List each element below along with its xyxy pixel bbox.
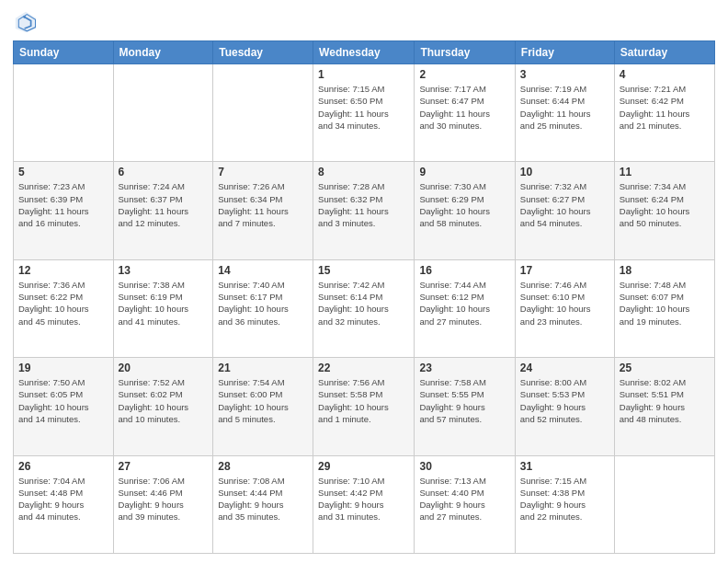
logo-icon (13, 9, 39, 35)
day-info: Sunrise: 7:52 AM Sunset: 6:02 PM Dayligh… (119, 376, 209, 425)
calendar-cell (113, 64, 213, 162)
day-number: 28 (218, 460, 308, 473)
day-info: Sunrise: 7:28 AM Sunset: 6:32 PM Dayligh… (318, 180, 409, 229)
day-info: Sunrise: 7:44 AM Sunset: 6:12 PM Dayligh… (419, 279, 509, 327)
calendar-cell: 22Sunrise: 7:56 AM Sunset: 5:58 PM Dayli… (313, 358, 415, 455)
calendar-cell: 29Sunrise: 7:10 AM Sunset: 4:42 PM Dayli… (313, 455, 415, 553)
day-number: 3 (520, 68, 609, 81)
calendar-cell: 1Sunrise: 7:15 AM Sunset: 6:50 PM Daylig… (313, 64, 415, 162)
day-number: 24 (520, 362, 609, 374)
day-number: 5 (18, 166, 108, 178)
calendar-cell: 25Sunrise: 8:02 AM Sunset: 5:51 PM Dayli… (614, 358, 714, 455)
day-info: Sunrise: 8:00 AM Sunset: 5:53 PM Dayligh… (520, 376, 609, 425)
weekday-header-friday: Friday (515, 41, 614, 64)
day-number: 19 (18, 362, 108, 374)
calendar-cell (213, 64, 313, 162)
day-info: Sunrise: 7:32 AM Sunset: 6:27 PM Dayligh… (520, 180, 609, 229)
calendar-body: 1Sunrise: 7:15 AM Sunset: 6:50 PM Daylig… (14, 64, 715, 554)
day-number: 11 (620, 166, 710, 178)
calendar-week-1: 1Sunrise: 7:15 AM Sunset: 6:50 PM Daylig… (14, 64, 715, 162)
calendar-cell: 13Sunrise: 7:38 AM Sunset: 6:19 PM Dayli… (113, 259, 213, 357)
day-number: 12 (18, 264, 108, 277)
day-number: 27 (119, 460, 209, 473)
day-number: 1 (318, 68, 409, 81)
calendar-cell: 23Sunrise: 7:58 AM Sunset: 5:55 PM Dayli… (415, 358, 515, 455)
page-container: SundayMondayTuesdayWednesdayThursdayFrid… (0, 0, 728, 563)
calendar-cell: 21Sunrise: 7:54 AM Sunset: 6:00 PM Dayli… (213, 358, 313, 455)
day-number: 26 (18, 460, 108, 473)
day-number: 13 (119, 264, 209, 277)
day-number: 23 (419, 362, 509, 374)
day-info: Sunrise: 7:08 AM Sunset: 4:44 PM Dayligh… (218, 475, 308, 523)
calendar-cell: 17Sunrise: 7:46 AM Sunset: 6:10 PM Dayli… (515, 259, 614, 357)
day-number: 16 (419, 264, 509, 277)
day-number: 2 (419, 68, 509, 81)
day-number: 7 (218, 166, 308, 178)
calendar-cell: 7Sunrise: 7:26 AM Sunset: 6:34 PM Daylig… (213, 162, 313, 259)
calendar-cell: 24Sunrise: 8:00 AM Sunset: 5:53 PM Dayli… (515, 358, 614, 455)
calendar-week-3: 12Sunrise: 7:36 AM Sunset: 6:22 PM Dayli… (14, 259, 715, 357)
calendar-cell: 30Sunrise: 7:13 AM Sunset: 4:40 PM Dayli… (415, 455, 515, 553)
calendar-cell: 19Sunrise: 7:50 AM Sunset: 6:05 PM Dayli… (14, 358, 114, 455)
calendar-cell: 12Sunrise: 7:36 AM Sunset: 6:22 PM Dayli… (14, 259, 114, 357)
day-number: 29 (318, 460, 409, 473)
calendar-cell: 10Sunrise: 7:32 AM Sunset: 6:27 PM Dayli… (515, 162, 614, 259)
calendar-cell: 9Sunrise: 7:30 AM Sunset: 6:29 PM Daylig… (415, 162, 515, 259)
day-info: Sunrise: 7:13 AM Sunset: 4:40 PM Dayligh… (419, 475, 509, 523)
weekday-header-tuesday: Tuesday (213, 41, 313, 64)
calendar-table: SundayMondayTuesdayWednesdayThursdayFrid… (13, 40, 715, 554)
day-info: Sunrise: 7:23 AM Sunset: 6:39 PM Dayligh… (18, 180, 108, 229)
calendar-cell: 4Sunrise: 7:21 AM Sunset: 6:42 PM Daylig… (614, 64, 714, 162)
header (13, 9, 715, 35)
calendar-cell: 16Sunrise: 7:44 AM Sunset: 6:12 PM Dayli… (415, 259, 515, 357)
calendar-cell (14, 64, 114, 162)
day-number: 21 (218, 362, 308, 374)
weekday-header-wednesday: Wednesday (313, 41, 415, 64)
day-info: Sunrise: 7:04 AM Sunset: 4:48 PM Dayligh… (18, 475, 108, 523)
calendar-cell: 3Sunrise: 7:19 AM Sunset: 6:44 PM Daylig… (515, 64, 614, 162)
day-info: Sunrise: 7:56 AM Sunset: 5:58 PM Dayligh… (318, 376, 409, 425)
calendar-week-2: 5Sunrise: 7:23 AM Sunset: 6:39 PM Daylig… (14, 162, 715, 259)
day-info: Sunrise: 7:15 AM Sunset: 6:50 PM Dayligh… (318, 83, 409, 132)
calendar-week-4: 19Sunrise: 7:50 AM Sunset: 6:05 PM Dayli… (14, 358, 715, 455)
logo (13, 9, 42, 35)
calendar-cell: 2Sunrise: 7:17 AM Sunset: 6:47 PM Daylig… (415, 64, 515, 162)
day-number: 8 (318, 166, 409, 178)
calendar-cell: 8Sunrise: 7:28 AM Sunset: 6:32 PM Daylig… (313, 162, 415, 259)
day-info: Sunrise: 7:26 AM Sunset: 6:34 PM Dayligh… (218, 180, 308, 229)
day-number: 4 (620, 68, 710, 81)
day-number: 10 (520, 166, 609, 178)
weekday-header-monday: Monday (113, 41, 213, 64)
calendar-cell: 14Sunrise: 7:40 AM Sunset: 6:17 PM Dayli… (213, 259, 313, 357)
day-info: Sunrise: 7:42 AM Sunset: 6:14 PM Dayligh… (318, 279, 409, 327)
day-info: Sunrise: 7:36 AM Sunset: 6:22 PM Dayligh… (18, 279, 108, 327)
calendar-cell: 5Sunrise: 7:23 AM Sunset: 6:39 PM Daylig… (14, 162, 114, 259)
calendar-cell: 11Sunrise: 7:34 AM Sunset: 6:24 PM Dayli… (614, 162, 714, 259)
calendar-header: SundayMondayTuesdayWednesdayThursdayFrid… (14, 41, 715, 64)
day-info: Sunrise: 7:50 AM Sunset: 6:05 PM Dayligh… (18, 376, 108, 425)
calendar-cell: 26Sunrise: 7:04 AM Sunset: 4:48 PM Dayli… (14, 455, 114, 553)
calendar-cell: 18Sunrise: 7:48 AM Sunset: 6:07 PM Dayli… (614, 259, 714, 357)
day-info: Sunrise: 7:10 AM Sunset: 4:42 PM Dayligh… (318, 475, 409, 523)
day-number: 25 (620, 362, 710, 374)
day-info: Sunrise: 7:19 AM Sunset: 6:44 PM Dayligh… (520, 83, 609, 132)
day-info: Sunrise: 7:17 AM Sunset: 6:47 PM Dayligh… (419, 83, 509, 132)
day-number: 15 (318, 264, 409, 277)
weekday-header-thursday: Thursday (415, 41, 515, 64)
day-number: 20 (119, 362, 209, 374)
day-info: Sunrise: 7:58 AM Sunset: 5:55 PM Dayligh… (419, 376, 509, 425)
day-number: 6 (119, 166, 209, 178)
day-number: 31 (520, 460, 609, 473)
day-info: Sunrise: 7:24 AM Sunset: 6:37 PM Dayligh… (119, 180, 209, 229)
day-info: Sunrise: 7:54 AM Sunset: 6:00 PM Dayligh… (218, 376, 308, 425)
calendar-cell (614, 455, 714, 553)
day-info: Sunrise: 7:38 AM Sunset: 6:19 PM Dayligh… (119, 279, 209, 327)
calendar-cell: 15Sunrise: 7:42 AM Sunset: 6:14 PM Dayli… (313, 259, 415, 357)
weekday-row: SundayMondayTuesdayWednesdayThursdayFrid… (14, 41, 715, 64)
day-number: 14 (218, 264, 308, 277)
day-number: 22 (318, 362, 409, 374)
weekday-header-sunday: Sunday (14, 41, 114, 64)
calendar-cell: 27Sunrise: 7:06 AM Sunset: 4:46 PM Dayli… (113, 455, 213, 553)
day-info: Sunrise: 7:06 AM Sunset: 4:46 PM Dayligh… (119, 475, 209, 523)
calendar-week-5: 26Sunrise: 7:04 AM Sunset: 4:48 PM Dayli… (14, 455, 715, 553)
